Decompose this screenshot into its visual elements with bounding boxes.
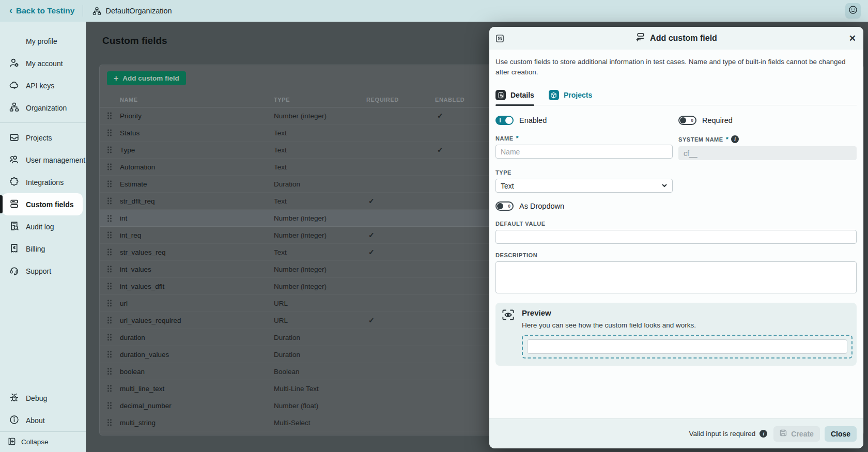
- sidebar-item-label: My account: [26, 59, 63, 68]
- plus-icon: +: [114, 74, 118, 83]
- as-dropdown-toggle-label: As Dropdown: [519, 202, 564, 210]
- sidebar-item-audit-log[interactable]: Audit log: [0, 215, 86, 238]
- drawer-header: Add custom field ✕: [489, 27, 863, 50]
- drag-handle-icon[interactable]: [100, 384, 115, 393]
- sidebar-collapse-button[interactable]: Collapse: [0, 431, 86, 452]
- required-checkmark-icon: ✓: [362, 197, 430, 205]
- info-icon[interactable]: i: [731, 135, 739, 143]
- field-type-cell: Text: [269, 248, 362, 256]
- sidebar-item-my-account[interactable]: My account: [0, 52, 86, 74]
- close-icon[interactable]: ✕: [849, 33, 856, 44]
- organization-switcher[interactable]: DefaultOrganization: [92, 7, 172, 15]
- sidebar-item-billing[interactable]: Billing: [0, 238, 86, 260]
- sidebar-item-projects[interactable]: Projects: [0, 127, 86, 149]
- drag-handle-icon[interactable]: [100, 231, 115, 239]
- type-select[interactable]: Text: [495, 179, 673, 193]
- preview-field-input[interactable]: [527, 339, 847, 354]
- drag-handle-icon[interactable]: [100, 265, 115, 273]
- drag-handle-icon[interactable]: [100, 112, 115, 120]
- sidebar-item-label: API keys: [26, 82, 54, 90]
- drag-handle-icon[interactable]: [100, 129, 115, 137]
- fields-icon: [9, 199, 19, 210]
- required-toggle[interactable]: 0: [678, 116, 696, 125]
- expand-icon[interactable]: [495, 33, 506, 43]
- type-field-label: TYPE: [495, 169, 857, 176]
- field-name-cell: int: [115, 214, 269, 222]
- info-icon[interactable]: i: [760, 430, 767, 438]
- enabled-toggle-label: Enabled: [519, 116, 547, 124]
- drag-handle-icon[interactable]: [100, 146, 115, 154]
- drag-handle-icon[interactable]: [100, 214, 115, 223]
- sidebar-item-support[interactable]: Support: [0, 260, 86, 282]
- sidebar-item-user-management[interactable]: User management: [0, 149, 86, 171]
- field-type-cell: Number (float): [269, 402, 362, 410]
- drag-handle-icon[interactable]: [100, 418, 115, 427]
- drawer-footer: Valid input is required i Create Close: [489, 418, 863, 448]
- description-field-group: DESCRIPTION: [495, 252, 857, 295]
- create-button[interactable]: Create: [773, 426, 820, 442]
- sidebar-item-my-profile[interactable]: My profile: [0, 30, 86, 52]
- details-tab-icon: [495, 90, 506, 100]
- drag-handle-icon[interactable]: [100, 367, 115, 376]
- required-checkmark-icon: ✓: [362, 316, 430, 324]
- field-name-cell: Priority: [115, 112, 269, 120]
- back-to-testiny-link[interactable]: ‹ Back to Testiny: [9, 6, 74, 15]
- tab-projects[interactable]: Projects: [549, 90, 592, 105]
- bug-icon: [9, 393, 19, 404]
- sidebar-item-api-keys[interactable]: API keys: [0, 74, 86, 97]
- sidebar-item-label: User management: [26, 156, 85, 164]
- sidebar-item-about[interactable]: About: [0, 409, 86, 431]
- field-type-cell: Duration: [269, 351, 362, 359]
- sidebar-item-label: Custom fields: [26, 200, 74, 209]
- drag-handle-icon[interactable]: [100, 350, 115, 359]
- field-type-cell: Text: [269, 197, 362, 205]
- enabled-toggle-row: Enabled: [495, 116, 678, 125]
- info-icon: [9, 415, 19, 426]
- tab-details[interactable]: Details: [495, 90, 534, 105]
- sidebar-item-organization[interactable]: Organization: [0, 97, 86, 119]
- drag-handle-icon[interactable]: [100, 401, 115, 410]
- enabled-toggle[interactable]: [495, 116, 514, 125]
- preview-title: Preview: [522, 308, 853, 317]
- sidebar-item-custom-fields[interactable]: Custom fields: [2, 193, 83, 215]
- drag-handle-icon[interactable]: [100, 197, 115, 205]
- sidebar-item-label: Integrations: [26, 178, 64, 186]
- drag-handle-icon[interactable]: [100, 282, 115, 290]
- sidebar-item-label: Debug: [26, 394, 47, 402]
- field-name-cell: multi_string: [115, 419, 269, 427]
- drag-handle-icon[interactable]: [100, 248, 115, 256]
- close-button[interactable]: Close: [825, 426, 857, 442]
- add-custom-field-button[interactable]: + Add custom field: [107, 71, 186, 85]
- close-button-label: Close: [831, 430, 850, 438]
- drag-handle-icon[interactable]: [100, 333, 115, 341]
- sitemap-icon: [92, 7, 101, 15]
- description-textarea[interactable]: [495, 261, 857, 293]
- add-custom-field-drawer: Add custom field ✕ Use custom fields to …: [489, 27, 863, 448]
- feedback-button[interactable]: [845, 3, 861, 19]
- drag-handle-icon[interactable]: [100, 163, 115, 171]
- system-name-field-label: SYSTEM NAME* i: [678, 135, 857, 143]
- sidebar-item-label: Organization: [26, 104, 67, 112]
- drag-handle-icon[interactable]: [100, 299, 115, 307]
- drag-handle-icon[interactable]: [100, 316, 115, 324]
- default-value-input[interactable]: [495, 230, 857, 244]
- sidebar-divider: [0, 122, 86, 123]
- field-type-cell: URL: [269, 317, 362, 324]
- drawer-body: Use custom fields to store additional in…: [489, 50, 863, 418]
- page-title: Custom fields: [102, 35, 167, 46]
- organization-name: DefaultOrganization: [105, 7, 172, 15]
- name-input[interactable]: [495, 145, 673, 159]
- as-dropdown-toggle[interactable]: 0: [495, 201, 514, 211]
- field-name-cell: multi_line_text: [115, 385, 269, 393]
- sidebar-item-label: My profile: [26, 37, 57, 45]
- sidebar-item-debug[interactable]: Debug: [0, 387, 86, 409]
- field-type-cell: Text: [269, 146, 362, 154]
- name-field-group: NAME*: [495, 135, 678, 160]
- billing-icon: [9, 243, 19, 255]
- custom-field-add-icon: [636, 33, 645, 44]
- drag-handle-icon[interactable]: [100, 180, 115, 188]
- field-name-cell: str_dflt_req: [115, 197, 269, 205]
- sidebar-item-integrations[interactable]: Integrations: [0, 171, 86, 193]
- field-name-cell: Estimate: [115, 180, 269, 188]
- field-name-cell: url_values_required: [115, 317, 269, 324]
